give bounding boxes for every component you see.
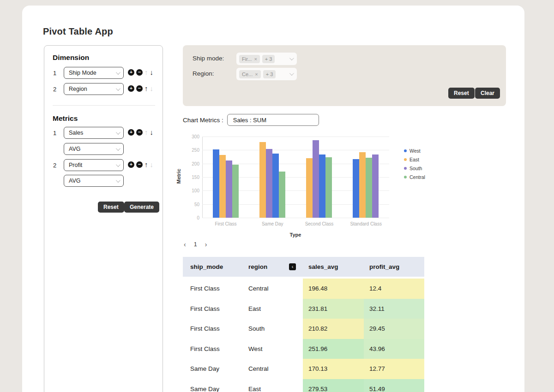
move-down-button[interactable]: ↓ xyxy=(150,69,154,76)
generate-button[interactable]: Generate xyxy=(124,202,159,213)
main-card: Pivot Table App Dimension 1 Ship Mode + … xyxy=(22,6,524,392)
legend-item: West xyxy=(404,148,425,154)
cell-region: West xyxy=(244,339,303,359)
y-tick-label: 50 xyxy=(175,202,199,207)
chart-metric-select[interactable]: Sales : SUM xyxy=(227,114,319,126)
chevron-down-icon xyxy=(289,56,294,60)
add-button[interactable]: + xyxy=(128,129,134,136)
bar-east xyxy=(306,158,313,218)
remove-button[interactable]: − xyxy=(136,129,143,136)
move-down-button[interactable]: ↓ xyxy=(150,161,154,168)
remove-button[interactable]: − xyxy=(136,161,143,168)
legend-item: South xyxy=(404,166,425,171)
remove-button[interactable]: − xyxy=(136,85,143,92)
remove-chip-icon[interactable]: × xyxy=(255,71,258,77)
more-count-chip: + 3 xyxy=(262,55,275,63)
chevron-down-icon xyxy=(116,146,120,151)
bar-central xyxy=(325,157,332,218)
dimension-select[interactable]: Ship Mode xyxy=(64,67,124,79)
chevron-down-icon xyxy=(116,70,120,75)
ship-mode-multiselect[interactable]: Fir... × + 3 xyxy=(236,53,297,65)
category-label: Standard Class xyxy=(343,221,390,226)
y-tick-label: 100 xyxy=(175,188,199,193)
chip-label: Fir... xyxy=(242,56,252,62)
collapse-column-button[interactable]: ‹ xyxy=(289,263,296,270)
gridline xyxy=(202,218,389,218)
prev-page-button[interactable]: ‹ xyxy=(184,241,186,248)
add-button[interactable]: + xyxy=(128,85,134,92)
row-index: 1 xyxy=(53,130,56,137)
chevron-down-icon xyxy=(116,86,120,91)
table-header: ship_moderegionsales_avgprofit_avg‹ xyxy=(183,257,424,277)
aggregation-value: AVG xyxy=(69,146,80,152)
add-button[interactable]: + xyxy=(128,69,134,76)
legend-label: West xyxy=(409,148,421,154)
move-up-button[interactable]: ↑ xyxy=(145,129,148,136)
cell-profit_avg: 51.49 xyxy=(364,379,424,392)
metrics-heading: Metrics xyxy=(53,114,78,123)
cell-profit_avg: 32.11 xyxy=(364,299,424,319)
region-filter-label: Region: xyxy=(193,70,214,77)
bar-south xyxy=(266,149,272,218)
filter-chip: Fir... × xyxy=(239,55,260,63)
remove-button[interactable]: − xyxy=(136,69,143,76)
cell-profit_avg: 12.77 xyxy=(364,359,424,379)
bar-west xyxy=(353,159,359,218)
aggregation-select[interactable]: AVG xyxy=(64,175,124,187)
bar-west xyxy=(319,154,325,218)
cell-sales_avg: 196.48 xyxy=(303,279,364,299)
dimension-row: 1 Ship Mode + − ↑ ↓ xyxy=(44,67,163,79)
pivot-table: ship_moderegionsales_avgprofit_avg‹ Firs… xyxy=(183,257,424,392)
add-button[interactable]: + xyxy=(128,161,134,168)
next-page-button[interactable]: › xyxy=(205,241,207,248)
region-multiselect[interactable]: Ce... × + 3 xyxy=(236,68,297,80)
filter-chip: Ce... × xyxy=(239,70,261,78)
chart-legend: WestEastSouthCentral xyxy=(404,148,425,183)
y-tick-label: 150 xyxy=(175,175,199,180)
legend-item: East xyxy=(404,157,425,162)
move-up-button[interactable]: ↑ xyxy=(145,161,148,168)
chart-metrics-label: Chart Metrics : xyxy=(183,117,223,124)
move-down-button[interactable]: ↓ xyxy=(150,85,154,92)
column-header-sales_avg[interactable]: sales_avg xyxy=(303,263,364,270)
cell-region: South xyxy=(244,319,303,339)
bar-chart: Metric Type 050100150200250300First Clas… xyxy=(175,133,406,240)
remove-chip-icon[interactable]: × xyxy=(254,56,257,62)
page-number[interactable]: 1 xyxy=(194,241,197,248)
more-count-chip: + 3 xyxy=(263,70,276,78)
row-index: 2 xyxy=(53,86,56,93)
legend-label: Central xyxy=(409,174,425,180)
metric-field-select[interactable]: Sales xyxy=(64,127,124,139)
legend-label: South xyxy=(409,166,422,171)
category-label: Same Day xyxy=(249,221,296,226)
sidebar-reset-button[interactable]: Reset xyxy=(98,202,124,213)
dimension-row: 2 Region + − ↑ ↓ xyxy=(44,83,163,95)
chip-label: Ce... xyxy=(242,71,253,77)
page-title: Pivot Table App xyxy=(43,26,113,37)
dimension-select[interactable]: Region xyxy=(64,83,124,95)
metric-agg-row: AVG xyxy=(44,143,163,155)
gridline xyxy=(202,150,389,150)
legend-dot-icon xyxy=(404,176,407,178)
cell-sales_avg: 279.53 xyxy=(303,379,364,392)
move-up-button[interactable]: ↑ xyxy=(145,69,148,76)
dimension-select-value: Region xyxy=(69,86,87,92)
column-header-ship_mode[interactable]: ship_mode xyxy=(183,263,244,270)
category-label: First Class xyxy=(202,221,249,226)
metric-row: 1 Sales + − ↑ ↓ xyxy=(44,127,163,139)
move-down-button[interactable]: ↓ xyxy=(150,129,154,136)
bar-central xyxy=(366,158,372,218)
aggregation-select[interactable]: AVG xyxy=(64,143,124,155)
table-row: First ClassWest251.9643.96 xyxy=(183,339,424,359)
metric-field-select[interactable]: Profit xyxy=(64,159,124,171)
cell-ship_mode: First Class xyxy=(183,319,244,339)
cell-profit_avg: 12.4 xyxy=(364,279,424,299)
bar-east xyxy=(219,155,226,218)
move-up-button[interactable]: ↑ xyxy=(145,85,148,92)
filter-reset-button[interactable]: Reset xyxy=(448,88,475,99)
ship-mode-filter-label: Ship mode: xyxy=(193,55,224,62)
bar-south xyxy=(226,160,232,218)
filter-clear-button[interactable]: Clear xyxy=(475,88,500,99)
column-header-profit_avg[interactable]: profit_avg xyxy=(364,263,424,270)
table-row: First ClassEast231.8132.11 xyxy=(183,299,424,319)
